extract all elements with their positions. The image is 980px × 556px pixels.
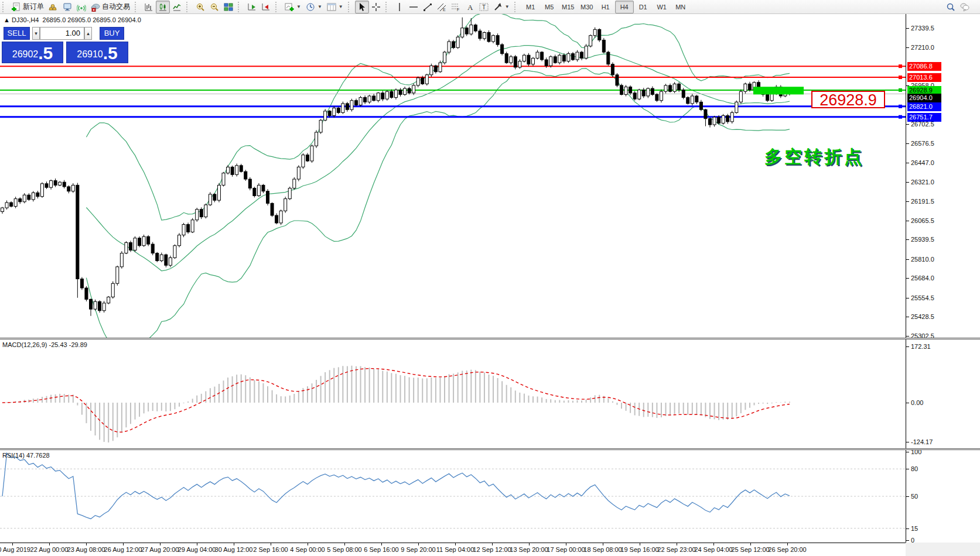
- toolbar-line-chart[interactable]: [170, 1, 184, 13]
- axis-tick-label: 26065.5: [911, 217, 934, 224]
- toolbar-periods[interactable]: ▼: [303, 1, 325, 13]
- time-axis[interactable]: 20 Aug 201922 Aug 00:0023 Aug 08:0026 Au…: [0, 543, 906, 556]
- rsi-canvas[interactable]: [0, 450, 906, 543]
- volume-down-button[interactable]: ▾: [32, 27, 40, 40]
- toolbar-text[interactable]: A: [463, 1, 477, 13]
- toolbar-zoom-out[interactable]: [207, 1, 221, 13]
- time-tick: [677, 543, 677, 545]
- rsi-pane[interactable]: RSI(14) 47.7628: [0, 450, 906, 543]
- axis-tick: [906, 496, 909, 497]
- axis-tick-label: 25939.5: [911, 236, 934, 243]
- time-tick-label: 25 Sep 12:00: [731, 546, 769, 553]
- collapse-arrow-icon[interactable]: ▲: [4, 16, 10, 23]
- timeframe-h1[interactable]: H1: [596, 1, 615, 13]
- macd-canvas[interactable]: [0, 339, 906, 448]
- toolbar-indicators[interactable]: ▼: [282, 1, 303, 13]
- toolbar-fibonacci[interactable]: F: [449, 1, 463, 13]
- toolbar-text-label[interactable]: T: [477, 1, 491, 13]
- toolbar-trendline[interactable]: [421, 1, 435, 13]
- time-tick: [640, 543, 640, 545]
- toolbar-arrows[interactable]: ▼: [491, 1, 512, 13]
- axis-tick-label: [906, 298, 909, 298]
- time-tick: [86, 543, 87, 545]
- axis-tick-label: [906, 239, 909, 240]
- time-tick: [271, 543, 271, 545]
- axis-tick-label: 25554.5: [911, 294, 934, 301]
- toolbar-chat[interactable]: [958, 1, 972, 13]
- time-tick-label: 11 Sep 04:00: [436, 546, 474, 553]
- toolbar-horizontal-line[interactable]: [407, 1, 421, 13]
- axis-tick-label: 26702.5: [911, 121, 934, 128]
- toolbar-navigator[interactable]: [60, 1, 74, 13]
- toolbar-grip: [385, 2, 391, 12]
- toolbar-candle-chart[interactable]: [156, 1, 170, 13]
- timeframe-d1[interactable]: D1: [634, 1, 653, 13]
- chinese-annotation[interactable]: 多空转折点: [764, 145, 864, 169]
- time-tick: [308, 543, 308, 545]
- chevron-down-icon: ▼: [505, 4, 510, 9]
- timeframe-m30[interactable]: M30: [578, 1, 596, 13]
- main-chart-pane[interactable]: ▲ DJ30-,H4 26895.0 26905.0 26895.0 26904…: [0, 14, 906, 338]
- axis-tick-label: 26576.5: [911, 140, 934, 147]
- sell-button[interactable]: SELL: [4, 27, 30, 40]
- toolbar-grip: [2, 2, 8, 12]
- toolbar-signals[interactable]: [74, 1, 88, 13]
- sell-price-button[interactable]: 26902.5: [2, 42, 63, 63]
- time-tick-label: 23 Aug 08:00: [67, 546, 105, 553]
- axis-tick-label: [906, 278, 909, 279]
- timeframe-mn[interactable]: MN: [671, 1, 690, 13]
- axis-tick-label: 25684.0: [911, 274, 934, 282]
- pane-separator[interactable]: [0, 448, 980, 450]
- toolbar-search[interactable]: [944, 1, 958, 13]
- time-tick: [492, 543, 493, 545]
- time-tick: [160, 543, 161, 545]
- main-chart-canvas[interactable]: [0, 14, 906, 338]
- toolbar-new-order[interactable]: 新订单: [9, 1, 46, 13]
- toolbar-tile-windows[interactable]: [221, 1, 235, 13]
- pane-separator[interactable]: [0, 338, 980, 339]
- price-line-tag: 27086.8: [907, 62, 941, 71]
- price-axis[interactable]: 27339.527210.026958.026702.526576.526447…: [906, 14, 980, 543]
- timeframe-w1[interactable]: W1: [653, 1, 671, 13]
- time-tick: [750, 543, 751, 545]
- buy-price-button[interactable]: 26910.5: [66, 42, 128, 63]
- toolbar-equidistant-channel[interactable]: E: [435, 1, 449, 13]
- time-tick: [123, 543, 124, 545]
- axis-tick-label: 26447.0: [911, 159, 934, 166]
- axis-tick-label: [906, 28, 909, 29]
- axis-tick: [906, 403, 909, 403]
- timeframe-h4[interactable]: H4: [615, 1, 634, 13]
- time-tick-label: 13 Sep 20:00: [510, 546, 548, 553]
- toolbar-templates[interactable]: ▼: [325, 1, 346, 13]
- axis-tick-label: [906, 47, 909, 48]
- time-tick-label: 6 Sep 16:00: [364, 546, 398, 553]
- toolbar-chart-shift[interactable]: [259, 1, 273, 13]
- toolbar-market-watch[interactable]: [46, 1, 60, 13]
- toolbar-vertical-line[interactable]: [392, 1, 407, 13]
- price-line-tag: 26751.7: [907, 113, 941, 122]
- axis-tick-label: 50: [911, 493, 918, 500]
- volume-input[interactable]: 1.00: [40, 27, 84, 40]
- toolbar-auto-scroll[interactable]: [245, 1, 259, 13]
- macd-pane[interactable]: MACD(12,26,9) -25.43 -29.89: [0, 339, 906, 448]
- axis-tick-label: [906, 124, 909, 125]
- toolbar-crosshair[interactable]: [369, 1, 383, 13]
- time-tick: [344, 543, 345, 545]
- mt-chart-window: 新订单自动交易▼▼▼EFAT▼M1M5M15M30H1H4D1W1MN ▲ DJ…: [0, 0, 980, 556]
- axis-tick: [906, 346, 909, 347]
- svg-text:F: F: [457, 8, 459, 12]
- toolbar-zoom-in[interactable]: [193, 1, 207, 13]
- timeframe-m15[interactable]: M15: [559, 1, 578, 13]
- buy-button[interactable]: BUY: [100, 27, 124, 40]
- toolbar-cursor[interactable]: [355, 1, 369, 13]
- svg-text:E: E: [443, 8, 446, 12]
- price-callout-label[interactable]: 26928.9: [811, 91, 885, 108]
- toolbar-auto-trading[interactable]: 自动交易: [88, 1, 132, 13]
- toolbar-bar-chart[interactable]: [142, 1, 156, 13]
- timeframe-m5[interactable]: M5: [540, 1, 559, 13]
- time-tick-label: 19 Sep 16:00: [620, 546, 658, 553]
- time-tick: [603, 543, 603, 545]
- timeframe-m1[interactable]: M1: [521, 1, 540, 13]
- time-tick: [381, 543, 382, 545]
- volume-up-button[interactable]: ▴: [84, 27, 92, 40]
